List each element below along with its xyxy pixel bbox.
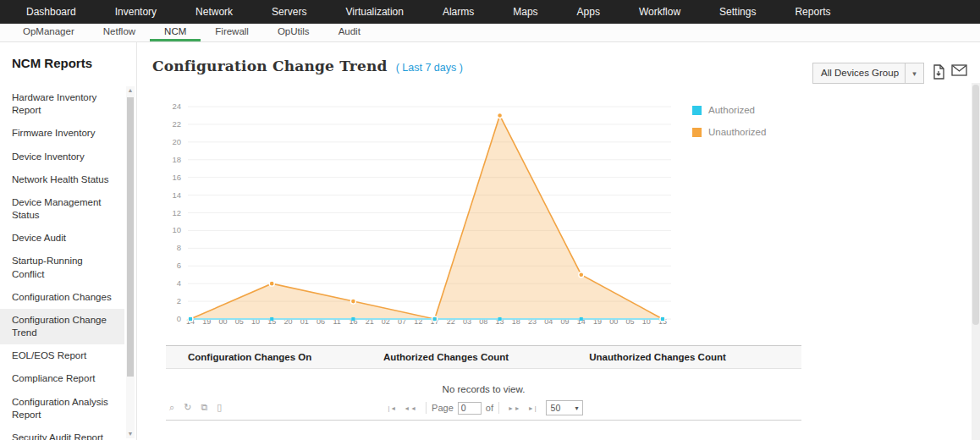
data-point-authorized[interactable] [661,317,664,321]
topnav-item-reports[interactable]: Reports [775,6,850,18]
first-page-button[interactable]: |◄ [384,405,400,411]
table-header-row: Configuration Changes OnAuthorized Chang… [166,346,801,369]
document-icon[interactable]: ▯ [217,402,222,413]
y-axis-tick: 0 [177,314,181,323]
legend-swatch-unauthorized [692,128,702,137]
divider [426,402,427,414]
data-point-authorized[interactable] [498,317,502,321]
sidebar-item-configuration-changes[interactable]: Configuration Changes [0,286,124,309]
sidebar-item-device-audit[interactable]: Device Audit [0,227,124,250]
sidebar-item-eol-eos-report[interactable]: EOL/EOS Report [0,344,124,367]
y-axis-tick: 12 [172,208,181,217]
device-group-select[interactable]: All Devices Group ▾ [812,63,924,84]
next-page-button[interactable]: ►► [504,405,525,411]
column-header-configuration-changes-on: Configuration Changes On [166,352,378,362]
window-scrollbar-thumb[interactable] [972,85,979,325]
sidebar-scrollbar[interactable]: ▲ ▼ [126,86,135,438]
y-axis-tick: 24 [172,102,181,111]
legend-swatch-authorized [692,106,702,115]
refresh-icon[interactable]: ↻ [184,402,191,413]
data-point-unauthorized[interactable] [579,272,584,278]
page-number-input[interactable] [458,402,482,415]
sidebar-item-firmware-inventory[interactable]: Firmware Inventory [0,122,124,145]
legend-item-authorized[interactable]: Authorized [692,105,766,115]
export-icon[interactable]: ⧉ [201,402,207,413]
topnav-item-workflow[interactable]: Workflow [619,6,700,18]
sidebar-scrollbar-thumb[interactable] [127,97,134,377]
sidebar-item-device-management-status[interactable]: Device Management Status [0,191,124,227]
page-size-select[interactable]: 50 ▾ [546,400,583,415]
topnav-item-settings[interactable]: Settings [700,6,775,18]
tab-ncm[interactable]: NCM [150,24,201,41]
data-point-authorized[interactable] [270,317,273,321]
report-period: ( Last 7 days ) [396,62,463,74]
chart-legend: AuthorizedUnauthorized [692,105,766,137]
divider [498,402,499,414]
y-axis-tick: 16 [172,173,181,182]
prev-page-button[interactable]: ◄◄ [400,405,421,411]
sidebar-item-configuration-change-trend[interactable]: Configuration Change Trend [0,309,124,344]
topnav-item-alarms[interactable]: Alarms [423,6,493,18]
scroll-up-icon[interactable]: ▲ [126,86,135,95]
data-point-authorized[interactable] [433,317,437,321]
scroll-down-icon[interactable]: ▼ [126,430,135,438]
y-axis-tick: 8 [177,243,181,252]
y-axis-tick: 2 [177,296,181,305]
device-group-value: All Devices Group [813,63,905,83]
legend-label-authorized: Authorized [708,105,755,115]
tab-opmanager[interactable]: OpManager [8,24,89,41]
search-icon[interactable]: ⌕ [169,402,174,413]
topnav-item-apps[interactable]: Apps [558,6,619,18]
table-pagination: ⌕↻⧉▯ |◄ ◄◄ Page of ►► ►| 50 ▾ [166,398,801,421]
chart-canvas[interactable]: 0246810121416182022241419000510152001061… [154,93,696,338]
data-point-unauthorized[interactable] [269,281,274,286]
column-header-unauthorized-changes-count: Unauthorized Changes Count [514,352,801,362]
y-axis-tick: 14 [172,190,181,200]
sidebar-item-device-inventory[interactable]: Device Inventory [0,146,124,168]
pdf-export-icon[interactable] [933,64,945,82]
tab-audit[interactable]: Audit [324,24,375,41]
page-label: Page [432,403,454,413]
chevron-down-icon: ▾ [905,63,923,83]
table-toolbar: ⌕↻⧉▯ [169,402,222,413]
changes-table: Configuration Changes OnAuthorized Chang… [166,345,801,403]
report-content: Configuration Change Trend ( Last 7 days… [137,42,980,440]
topnav-item-inventory[interactable]: Inventory [96,6,176,18]
chevron-down-icon: ▾ [575,404,582,412]
sidebar-item-hardware-inventory-report[interactable]: Hardware Inventory Report [0,86,124,122]
sidebar-item-security-audit-report[interactable]: Security Audit Report [0,426,124,440]
column-header-authorized-changes-count: Authorized Changes Count [378,352,514,362]
sidebar-item-network-health-status[interactable]: Network Health Status [0,168,124,191]
report-header: Configuration Change Trend ( Last 7 days… [152,58,463,74]
y-axis-tick: 18 [172,155,181,164]
reports-sidebar: NCM Reports Hardware Inventory ReportFir… [0,42,137,440]
y-axis-tick: 22 [172,119,181,129]
sidebar-item-startup-running-conflict[interactable]: Startup-Running Conflict [0,250,124,285]
tab-firewall[interactable]: Firewall [201,24,263,41]
tab-netflow[interactable]: Netflow [89,24,150,41]
topnav-item-maps[interactable]: Maps [493,6,557,18]
topnav-item-dashboard[interactable]: Dashboard [7,6,96,18]
window-scrollbar[interactable] [972,83,980,440]
sidebar-item-configuration-analysis-report[interactable]: Configuration Analysis Report [0,391,124,426]
topnav-item-servers[interactable]: Servers [252,6,326,18]
email-icon[interactable] [951,64,967,79]
trend-chart[interactable]: 0246810121416182022241419000510152001061… [154,93,696,338]
tab-oputils[interactable]: OpUtils [263,24,324,41]
report-list: Hardware Inventory ReportFirmware Invent… [0,86,124,440]
data-point-authorized[interactable] [189,317,192,321]
last-page-button[interactable]: ►| [525,405,541,411]
data-point-authorized[interactable] [351,317,355,321]
topnav-item-virtualization[interactable]: Virtualization [326,6,422,18]
pager-controls: |◄ ◄◄ Page of ►► ►| 50 ▾ [384,400,582,415]
topnav-item-network[interactable]: Network [176,6,252,18]
page-title: Configuration Change Trend [152,58,388,74]
data-point-unauthorized[interactable] [350,299,355,304]
y-axis-tick: 6 [177,261,181,270]
data-point-unauthorized[interactable] [498,113,503,118]
top-navigation: DashboardInventoryNetworkServersVirtuali… [0,0,980,24]
legend-item-unauthorized[interactable]: Unauthorized [692,127,766,137]
sidebar-item-compliance-report[interactable]: Compliance Report [0,367,124,390]
ncm-report-page: DashboardInventoryNetworkServersVirtuali… [0,0,980,440]
data-point-authorized[interactable] [580,317,583,321]
